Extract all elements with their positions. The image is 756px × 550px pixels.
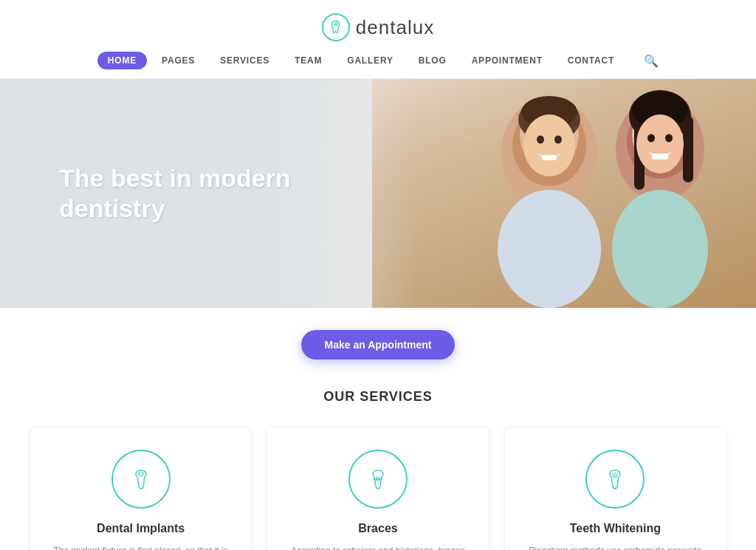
svg-point-8 xyxy=(554,136,562,144)
braces-icon xyxy=(363,464,393,494)
svg-point-0 xyxy=(334,23,337,26)
service-card-braces: Braces According to scholars and histori… xyxy=(267,427,489,550)
svg-rect-9 xyxy=(542,155,557,160)
nav-team[interactable]: TEAM xyxy=(284,52,332,69)
svg-point-10 xyxy=(498,190,601,308)
logo-icon xyxy=(322,13,350,41)
nav-home[interactable]: HOME xyxy=(97,52,147,69)
svg-point-23 xyxy=(139,472,143,476)
logo-text: dentalux xyxy=(356,16,434,39)
cta-container: Make an Appointment xyxy=(0,308,756,374)
teeth-whitening-desc: Bleaching methods use carbamide peroxide… xyxy=(520,544,711,550)
nav-appointment[interactable]: APPOINTMENT xyxy=(461,52,553,69)
teeth-whitening-icon xyxy=(600,464,630,494)
dental-implants-desc: The implant fixture is first placed, so … xyxy=(45,544,236,550)
nav-blog[interactable]: BLOG xyxy=(408,52,457,69)
hero-title: The best in modern dentistry xyxy=(59,163,340,224)
services-title: OUR SERVICES xyxy=(30,389,726,405)
services-section: OUR SERVICES Dental Implants The implant… xyxy=(0,374,756,550)
svg-point-7 xyxy=(537,136,544,144)
service-card-teeth-whitening: Teeth Whitening Bleaching methods use ca… xyxy=(504,427,726,550)
svg-rect-16 xyxy=(683,116,693,182)
braces-icon-wrap xyxy=(348,450,408,509)
teeth-whitening-icon-wrap xyxy=(585,450,645,509)
hero-content: The best in modern dentistry xyxy=(0,163,340,224)
service-card-dental-implants: Dental Implants The implant fixture is f… xyxy=(30,427,252,550)
braces-title: Braces xyxy=(282,522,473,535)
main-nav: HOME PAGES SERVICES TEAM GALLERY BLOG AP… xyxy=(75,52,681,78)
dental-implants-title: Dental Implants xyxy=(45,522,236,535)
nav-contact[interactable]: CONTACT xyxy=(557,52,625,69)
svg-point-20 xyxy=(665,134,673,142)
hero-section: The best in modern dentistry xyxy=(0,79,756,308)
make-appointment-button[interactable]: Make an Appointment xyxy=(301,330,456,360)
dental-implants-icon-wrap xyxy=(111,450,171,509)
svg-point-18 xyxy=(636,114,684,173)
tooth-implant-icon xyxy=(126,464,156,494)
hero-visual xyxy=(372,79,756,308)
braces-desc: According to scholars and historians, br… xyxy=(282,544,473,550)
nav-gallery[interactable]: GALLERY xyxy=(337,52,404,69)
nav-pages[interactable]: PAGES xyxy=(151,52,205,69)
site-header: dentalux HOME PAGES SERVICES TEAM GALLER… xyxy=(0,0,756,79)
services-grid: Dental Implants The implant fixture is f… xyxy=(30,427,726,550)
svg-point-22 xyxy=(612,190,708,308)
svg-point-6 xyxy=(523,114,575,176)
logo-area: dentalux xyxy=(322,13,434,41)
svg-rect-21 xyxy=(652,154,668,159)
teeth-whitening-title: Teeth Whitening xyxy=(520,522,711,535)
search-icon[interactable]: 🔍 xyxy=(644,54,659,68)
nav-services[interactable]: SERVICES xyxy=(210,52,280,69)
svg-point-19 xyxy=(647,134,655,142)
